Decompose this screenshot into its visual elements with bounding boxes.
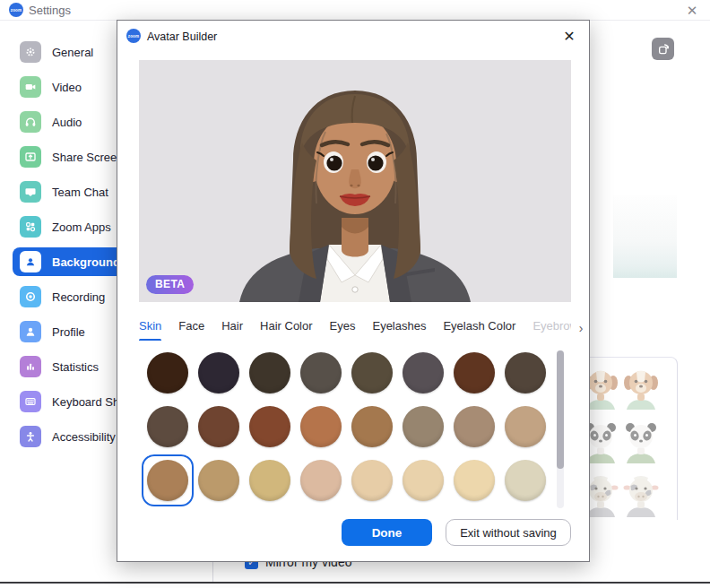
skin-color-swatch[interactable] bbox=[351, 460, 393, 501]
settings-titlebar: zoom Settings ✕ bbox=[0, 0, 710, 21]
virtual-background-preview-corner bbox=[613, 195, 677, 278]
skin-color-swatch[interactable] bbox=[249, 406, 290, 447]
avatar-preview: BETA bbox=[139, 60, 571, 302]
statistics-icon bbox=[20, 356, 41, 377]
sidebar-item-label: Team Chat bbox=[52, 186, 108, 199]
skin-color-swatch[interactable] bbox=[198, 352, 239, 393]
skin-color-swatch[interactable] bbox=[505, 352, 546, 393]
accessibility-icon bbox=[20, 426, 41, 447]
exit-without-saving-button[interactable]: Exit without saving bbox=[446, 519, 571, 546]
dog-avatar[interactable] bbox=[621, 367, 661, 410]
sidebar-item-label: Profile bbox=[52, 325, 85, 339]
sidebar-item-label: Video bbox=[52, 81, 82, 94]
sidebar-item-label: Recording bbox=[52, 290, 105, 304]
tab-skin[interactable]: Skin bbox=[139, 316, 161, 341]
rotate-camera-icon[interactable] bbox=[652, 38, 674, 60]
skin-color-swatch[interactable] bbox=[147, 406, 188, 447]
swatch-scrollbar[interactable] bbox=[557, 350, 564, 508]
skin-color-swatch[interactable] bbox=[454, 352, 495, 393]
record-icon bbox=[20, 286, 41, 307]
skin-color-swatch[interactable] bbox=[351, 406, 393, 447]
dialog-header: zoom Avatar Builder ✕ bbox=[117, 21, 589, 53]
skin-color-swatch[interactable] bbox=[403, 460, 444, 501]
tab-eyes[interactable]: Eyes bbox=[330, 316, 356, 341]
skin-color-swatch[interactable] bbox=[198, 460, 239, 501]
tab-hair[interactable]: Hair bbox=[221, 316, 243, 341]
skin-color-swatch[interactable] bbox=[249, 352, 290, 393]
window-bottom-edge bbox=[0, 582, 710, 584]
sidebar-item-label: Keyboard Sho bbox=[52, 395, 126, 409]
dialog-title: Avatar Builder bbox=[147, 30, 217, 43]
zoom-apps-icon bbox=[20, 216, 41, 238]
chat-bubble-icon bbox=[20, 181, 41, 203]
cow-avatar[interactable] bbox=[621, 474, 661, 517]
sidebar-item-label: Accessibility bbox=[52, 430, 116, 444]
skin-color-swatch[interactable] bbox=[249, 460, 290, 501]
tab-hair-color[interactable]: Hair Color bbox=[260, 316, 313, 341]
tab-eyelash-color[interactable]: Eyelash Color bbox=[443, 316, 515, 341]
skin-color-swatch[interactable] bbox=[454, 406, 495, 447]
tab-eyebrows[interactable]: Eyebrows bbox=[532, 316, 571, 341]
avatar-builder-dialog: zoom Avatar Builder ✕ bbox=[117, 20, 590, 562]
skin-color-swatch[interactable] bbox=[300, 352, 342, 393]
skin-color-swatch[interactable] bbox=[505, 406, 546, 447]
tabs-scroll-right-icon[interactable]: › bbox=[573, 317, 589, 339]
video-camera-icon bbox=[20, 76, 41, 98]
skin-color-swatch[interactable] bbox=[351, 352, 393, 393]
zoom-logo-icon: zoom bbox=[9, 3, 23, 17]
share-screen-icon bbox=[20, 146, 41, 168]
zoom-logo-icon: zoom bbox=[126, 29, 141, 43]
tab-face[interactable]: Face bbox=[178, 316, 204, 341]
skin-color-swatch[interactable] bbox=[300, 406, 342, 447]
skin-color-swatch[interactable] bbox=[198, 406, 239, 447]
sidebar-item-label: General bbox=[52, 46, 93, 59]
skin-color-grid bbox=[147, 352, 546, 501]
skin-color-swatch[interactable] bbox=[403, 406, 444, 447]
skin-color-swatch[interactable] bbox=[454, 460, 495, 501]
panda-avatar[interactable] bbox=[621, 420, 661, 463]
avatar-preview-image bbox=[139, 60, 571, 302]
skin-color-swatch[interactable] bbox=[147, 352, 188, 393]
sidebar-item-label: Zoom Apps bbox=[52, 220, 111, 234]
swatch-scrollbar-thumb[interactable] bbox=[557, 350, 564, 469]
sidebar-item-label: Audio bbox=[52, 116, 82, 129]
headphones-icon bbox=[20, 111, 41, 133]
beta-badge: BETA bbox=[146, 275, 194, 294]
skin-color-swatch[interactable] bbox=[147, 460, 188, 501]
category-tabs: SkinFaceHairHair ColorEyesEyelashesEyela… bbox=[139, 316, 571, 341]
done-button[interactable]: Done bbox=[342, 519, 432, 546]
settings-window-title: Settings bbox=[29, 4, 71, 17]
profile-icon bbox=[20, 321, 41, 342]
dialog-close-icon[interactable]: ✕ bbox=[560, 28, 578, 46]
sidebar-item-label: Share Screen bbox=[52, 151, 124, 164]
background-icon bbox=[20, 251, 41, 272]
settings-close-icon[interactable]: ✕ bbox=[683, 2, 701, 20]
tab-eyelashes[interactable]: Eyelashes bbox=[372, 316, 426, 341]
gear-icon bbox=[20, 41, 41, 63]
skin-color-swatch[interactable] bbox=[505, 460, 546, 501]
keyboard-icon bbox=[20, 391, 41, 412]
skin-color-swatch[interactable] bbox=[403, 352, 444, 393]
sidebar-item-label: Statistics bbox=[52, 360, 99, 374]
skin-color-swatch[interactable] bbox=[300, 460, 342, 501]
